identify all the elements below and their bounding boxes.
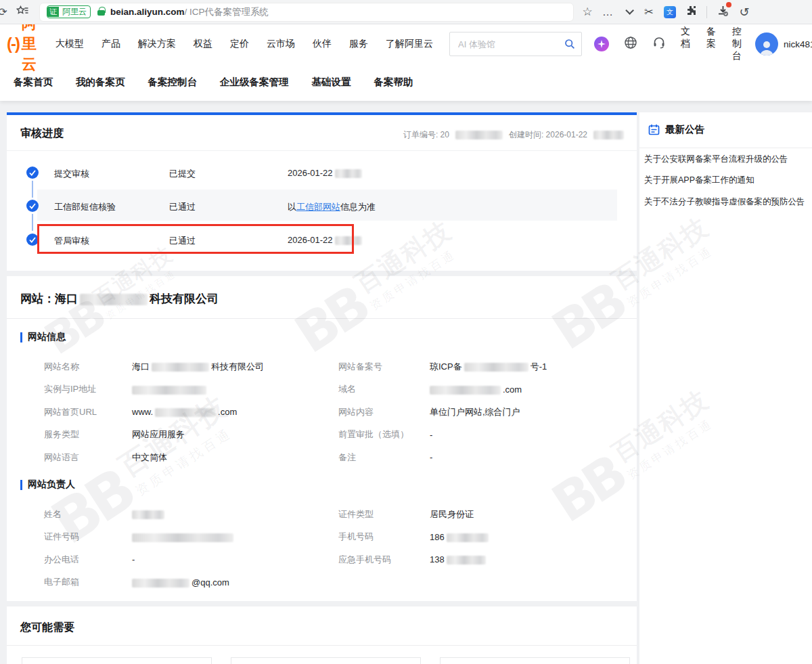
subnav-enterprise-beian[interactable]: 企业级备案管理: [220, 76, 289, 89]
bookmark-star-icon[interactable]: ☆: [578, 5, 597, 19]
redacted-text: [132, 386, 206, 395]
field-value: www..com: [132, 407, 338, 417]
nav-item-partners[interactable]: 伙伴: [313, 38, 332, 50]
field-value: -: [430, 430, 626, 440]
subnav-beian-home[interactable]: 备案首页: [14, 76, 53, 89]
subnav-beian-console[interactable]: 备案控制台: [148, 76, 198, 89]
subnav-my-beian[interactable]: 我的备案页: [76, 76, 125, 89]
header-links: 文档 备案 控制台: [681, 26, 742, 62]
announcement-link[interactable]: 关于不法分子教唆指导虚假备案的预防公告: [644, 197, 808, 208]
redacted-text: [447, 556, 486, 565]
aliyun-header: (-) 阿里云 大模型 产品 解决方案 权益 定价 云市场 伙伴 服务 了解阿里…: [0, 24, 812, 64]
check-circle-icon: [26, 167, 39, 179]
suggestion-cards: [22, 657, 630, 664]
suggestion-card[interactable]: [22, 657, 212, 664]
divider: [7, 318, 637, 319]
field-label: 姓名: [44, 508, 132, 521]
suggestion-card[interactable]: [231, 657, 421, 664]
field-value: [132, 532, 338, 542]
bookmarks-list-icon[interactable]: [12, 5, 32, 19]
header-search: [449, 32, 582, 56]
redacted-text: [132, 533, 233, 542]
redacted-text: [132, 510, 164, 519]
announcements-panel: 最新公告 关于公安联网备案平台流程升级的公告 关于开展APP备案工作的通知 关于…: [639, 112, 812, 664]
username[interactable]: nick481...: [784, 39, 812, 49]
redacted-order-number: [455, 131, 503, 139]
field-label: 域名: [338, 383, 430, 395]
redacted-text: [155, 408, 216, 417]
section-website-info: 网站信息: [20, 331, 66, 343]
url-domain: beian.aliyun.com: [110, 7, 185, 17]
field-label: 网站内容: [338, 406, 430, 418]
support-headset-icon[interactable]: [652, 36, 666, 52]
panel-title: 审核进度: [20, 127, 64, 141]
you-may-need-panel: 您可能需要: [7, 606, 637, 664]
redacted-time: [335, 169, 362, 178]
language-globe-icon[interactable]: [624, 36, 637, 52]
nav-item-about[interactable]: 了解阿里云: [386, 38, 433, 50]
search-icon[interactable]: [564, 39, 575, 49]
nav-item-solutions[interactable]: 解决方案: [138, 38, 176, 50]
field-label: 证件号码: [44, 531, 132, 543]
announcement-calendar-icon: [648, 124, 660, 135]
field-value: @qq.com: [132, 577, 338, 588]
link-beian[interactable]: 备案: [706, 26, 716, 62]
nav-item-marketplace[interactable]: 云市场: [267, 38, 295, 50]
link-docs[interactable]: 文档: [681, 26, 690, 62]
created-time-label: 创建时间: 2026-01-22: [509, 129, 587, 141]
miit-website-link[interactable]: 工信部网站: [296, 202, 340, 212]
web-clipper-icon[interactable]: ✂: [639, 5, 658, 18]
section-website-owner: 网站负责人: [20, 479, 75, 491]
divider: [639, 148, 812, 148]
site-cert-badge[interactable]: 证 阿里云: [47, 5, 91, 18]
https-lock-icon[interactable]: [97, 10, 105, 16]
announcement-link[interactable]: 关于开展APP备案工作的通知: [644, 175, 808, 186]
field-label: 网站名称: [44, 361, 132, 373]
reload-icon[interactable]: ⟳: [0, 5, 12, 18]
field-label: 服务类型: [44, 428, 132, 441]
step-row-submit: 提交审核 已提交 2026-01-22: [7, 164, 637, 181]
field-value: 琼ICP备号-1: [430, 361, 626, 373]
search-input[interactable]: [449, 32, 582, 56]
panel-title: 您可能需要: [20, 621, 74, 635]
chevron-down-icon[interactable]: [625, 6, 634, 15]
user-avatar[interactable]: [755, 32, 778, 56]
order-number-label: 订单编号: 20: [403, 129, 449, 141]
suggestion-card[interactable]: [440, 657, 630, 664]
step-status: 已通过: [169, 201, 196, 213]
notification-dot: [726, 2, 731, 7]
extensions-puzzle-icon[interactable]: [685, 5, 697, 19]
more-menu-icon[interactable]: …: [598, 6, 617, 18]
nav-item-benefits[interactable]: 权益: [194, 38, 212, 50]
check-circle-icon: [26, 200, 39, 212]
field-value: 海口科技有限公司: [132, 361, 338, 373]
nav-item-services[interactable]: 服务: [349, 38, 368, 50]
website-title: 网站：海口科技有限公司: [20, 291, 219, 307]
field-label: 网站语言: [44, 451, 132, 464]
nav-item-large-model[interactable]: 大模型: [55, 38, 84, 50]
link-console[interactable]: 控制台: [732, 26, 742, 62]
page: ⟳ 证 阿里云 beian.aliyun.com / ICP代备案管理系统 ☆ …: [0, 0, 812, 664]
main-nav: 大模型 产品 解决方案 权益 定价 云市场 伙伴 服务 了解阿里云: [55, 38, 433, 50]
field-value: .com: [430, 384, 626, 395]
undo-icon[interactable]: ↺: [735, 5, 754, 20]
subnav-beian-help[interactable]: 备案帮助: [374, 76, 413, 89]
field-label: 办公电话: [44, 554, 132, 566]
announcement-link[interactable]: 关于公安联网备案平台流程升级的公告: [644, 154, 808, 165]
download-icon[interactable]: [717, 5, 729, 20]
nav-item-pricing[interactable]: 定价: [230, 38, 249, 50]
ai-assistant-icon[interactable]: [594, 37, 609, 51]
field-value: 单位门户网站,综合门户: [430, 406, 626, 418]
announcements-title: 最新公告: [665, 123, 704, 136]
translate-icon[interactable]: 文: [664, 6, 676, 18]
highlight-red-box: [37, 224, 354, 254]
beian-subnav: 备案首页 我的备案页 备案控制台 企业级备案管理 基础设置 备案帮助: [0, 64, 812, 101]
address-bar[interactable]: 证 阿里云 beian.aliyun.com / ICP代备案管理系统: [39, 3, 574, 22]
step-name: 提交审核: [54, 168, 89, 180]
redacted-text: [430, 386, 501, 395]
step-status: 已提交: [169, 168, 196, 180]
field-label: 网站备案号: [338, 361, 430, 373]
website-info-fields: 网站名称 海口科技有限公司 网站备案号 琼ICP备号-1 实例与IP地址 域名 …: [44, 355, 626, 469]
subnav-basic-settings[interactable]: 基础设置: [312, 76, 351, 89]
nav-item-products[interactable]: 产品: [102, 38, 120, 50]
